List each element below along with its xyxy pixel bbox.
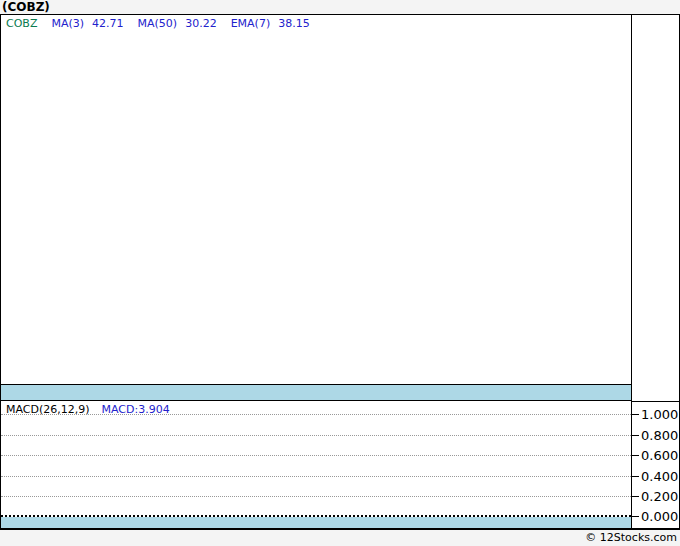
footer-credit: © 12Stocks.com — [585, 531, 677, 545]
axis-tick-label: 1.000 — [641, 407, 678, 422]
macd-gridline-0.400 — [1, 476, 631, 477]
axis-tick-row: 0.400 — [632, 469, 678, 483]
ma50-value: 30.22 — [185, 17, 217, 30]
tick-mark — [632, 455, 639, 456]
macd-gridline-0.800 — [1, 435, 631, 436]
price-legend: COBZMA(3)42.71MA(50)30.22EMA(7)38.15 — [6, 17, 324, 30]
axis-panel-divider — [632, 401, 679, 402]
axis-tick-row: 0.200 — [632, 489, 678, 503]
tick-mark — [632, 476, 639, 477]
tick-mark — [632, 516, 639, 517]
tick-mark — [632, 414, 639, 415]
axis-tick-row: 1.000 — [632, 407, 678, 421]
page-title: (COBZ) — [2, 0, 50, 14]
axis-tick-row: 0.000 — [632, 509, 678, 523]
symbol-label: COBZ — [6, 17, 37, 30]
axis-tick-label: 0.800 — [641, 428, 678, 443]
macd-gridline-0.600 — [1, 455, 631, 456]
axis-tick-label: 0.200 — [641, 489, 678, 504]
ema7-label: EMA(7) — [231, 17, 271, 30]
macd-gridline-0.200 — [1, 496, 631, 497]
divider-band-top — [1, 384, 631, 401]
stock-chart-page: (COBZ) COBZMA(3)42.71MA(50)30.22EMA(7)38… — [0, 0, 680, 546]
tick-mark — [632, 435, 639, 436]
macd-axis-panel: 1.000 0.800 0.600 0.400 0.200 0.000 — [631, 14, 680, 530]
price-chart-panel: COBZMA(3)42.71MA(50)30.22EMA(7)38.15 MAC… — [0, 14, 632, 530]
axis-tick-row: 0.800 — [632, 428, 678, 442]
axis-tick-label: 0.600 — [641, 448, 678, 463]
divider-band-bottom — [1, 517, 631, 528]
ema7-value: 38.15 — [278, 17, 310, 30]
macd-gridline-1.000 — [1, 414, 631, 415]
ma3-label: MA(3) — [51, 17, 84, 30]
ma50-label: MA(50) — [138, 17, 178, 30]
axis-tick-label: 0.000 — [641, 509, 678, 524]
axis-tick-label: 0.400 — [641, 469, 678, 484]
tick-mark — [632, 496, 639, 497]
ma3-value: 42.71 — [92, 17, 124, 30]
axis-tick-row: 0.600 — [632, 448, 678, 462]
